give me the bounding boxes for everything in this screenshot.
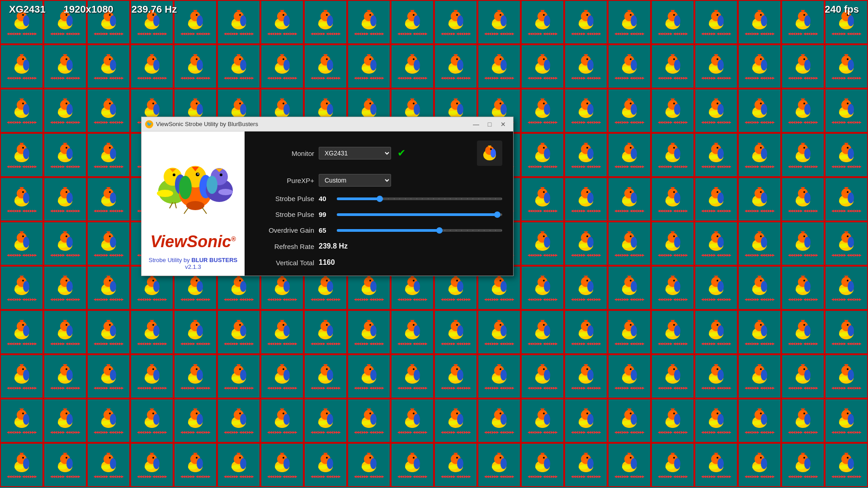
svg-point-454 — [673, 147, 675, 149]
svg-point-190 — [500, 58, 501, 60]
maximize-button[interactable]: □ — [483, 119, 496, 129]
svg-point-821 — [709, 288, 718, 292]
svg-point-1064 — [761, 370, 767, 380]
svg-point-964 — [22, 368, 24, 370]
bg-cell-text: ◀◀◀ ▶▶▶ ◀◀◀ ▶▶▶ — [7, 209, 37, 213]
svg-point-617 — [101, 244, 110, 248]
svg-point-1040 — [587, 370, 594, 380]
svg-point-191 — [492, 66, 501, 71]
svg-point-743 — [145, 288, 154, 292]
svg-point-197 — [535, 66, 544, 71]
bg-cell: ◀◀◀ ▶▶▶ ◀◀◀ ▶▶▶ — [781, 177, 825, 221]
bg-cell: ◀◀◀ ▶▶▶ ◀◀◀ ▶▶▶ — [174, 443, 217, 487]
svg-point-875 — [231, 332, 241, 337]
svg-point-785 — [448, 288, 458, 292]
svg-point-188 — [500, 60, 507, 70]
svg-point-77 — [535, 22, 544, 27]
bg-cell-text: ◀◀◀ ▶▶▶ ◀◀◀ ▶▶▶ — [94, 76, 123, 80]
svg-point-938 — [717, 325, 724, 336]
svg-point-920 — [587, 325, 594, 336]
dialog-footer: Strobe Utility by BLUR BUSTERS v2.1.3 — [149, 257, 238, 270]
bg-cell-text: ◀◀◀ ▶▶▶ ◀◀◀ ▶▶▶ — [137, 32, 167, 36]
bg-cell-text: ◀◀◀ ▶▶▶ ◀◀◀ ▶▶▶ — [397, 386, 427, 390]
bg-cell-text: ◀◀◀ ▶▶▶ ◀◀◀ ▶▶▶ — [745, 76, 774, 80]
purexp-select[interactable]: Custom Low Medium High — [319, 174, 391, 187]
bg-cell-text: ◀◀◀ ▶▶▶ ◀◀◀ ▶▶▶ — [745, 297, 774, 301]
svg-point-584 — [761, 192, 767, 203]
svg-point-986 — [197, 370, 203, 380]
svg-point-1318 — [847, 457, 849, 459]
svg-point-1306 — [760, 457, 762, 459]
bg-cell-text: ◀◀◀ ▶▶▶ ◀◀◀ ▶▶▶ — [701, 297, 731, 301]
bg-cell-text: ◀◀◀ ▶▶▶ ◀◀◀ ▶▶▶ — [354, 32, 384, 36]
monitor-row: Monitor XG2431 ✔ — [255, 141, 502, 166]
bg-cell-text: ◀◀◀ ▶▶▶ ◀◀◀ ▶▶▶ — [441, 76, 471, 80]
svg-point-220 — [717, 58, 718, 60]
bg-cell-text: ◀◀◀ ▶▶▶ ◀◀◀ ▶▶▶ — [528, 120, 557, 124]
svg-point-314 — [544, 104, 550, 115]
bg-cell: ◀◀◀ ▶▶▶ ◀◀◀ ▶▶▶ — [260, 399, 304, 443]
strobe-pulse2-thumb[interactable] — [494, 211, 500, 218]
close-button[interactable]: ✕ — [497, 119, 509, 129]
bg-cell-text: ◀◀◀ ▶▶▶ ◀◀◀ ▶▶▶ — [745, 120, 774, 124]
monitor-select[interactable]: XG2431 — [319, 147, 391, 160]
svg-point-941 — [709, 332, 718, 337]
svg-point-698 — [717, 237, 724, 248]
bg-cell-text: ◀◀◀ ▶▶▶ ◀◀◀ ▶▶▶ — [484, 474, 514, 479]
svg-point-935 — [665, 332, 675, 337]
strobe-pulse1-track[interactable] — [337, 197, 502, 200]
overdrive-track[interactable] — [337, 229, 502, 232]
bg-cell-text: ◀◀◀ ▶▶▶ ◀◀◀ ▶▶▶ — [180, 430, 210, 434]
bg-cell-text: ◀◀◀ ▶▶▶ ◀◀◀ ▶▶▶ — [571, 474, 601, 479]
minimize-button[interactable]: — — [470, 119, 482, 129]
bg-cell: ◀◀◀ ▶▶▶ ◀◀◀ ▶▶▶ — [608, 443, 651, 487]
bg-cell: ◀◀◀ ▶▶▶ ◀◀◀ ▶▶▶ — [825, 354, 868, 399]
bg-cell: ◀◀◀ ▶▶▶ ◀◀◀ ▶▶▶ — [608, 0, 651, 44]
bg-cell-text: ◀◀◀ ▶▶▶ ◀◀◀ ▶▶▶ — [94, 120, 123, 124]
bg-cell: ◀◀◀ ▶▶▶ ◀◀◀ ▶▶▶ — [87, 177, 130, 221]
svg-point-332 — [674, 104, 680, 115]
strobe-pulse1-thumb[interactable] — [377, 196, 383, 202]
svg-point-134 — [110, 60, 116, 70]
svg-point-23 — [145, 22, 154, 27]
svg-point-908 — [500, 325, 507, 336]
svg-point-146 — [197, 60, 203, 70]
svg-point-1097 — [101, 421, 110, 425]
svg-point-778 — [413, 280, 415, 282]
bg-cell: ◀◀◀ ▶▶▶ ◀◀◀ ▶▶▶ — [694, 310, 738, 354]
svg-point-1076 — [848, 370, 854, 380]
bg-cell-text: ◀◀◀ ▶▶▶ ◀◀◀ ▶▶▶ — [745, 209, 774, 213]
svg-point-491 — [58, 199, 67, 204]
svg-point-614 — [110, 237, 116, 248]
dialog-titlebar: 🐦 ViewSonic Strobe Utility by BlurBuster… — [142, 117, 513, 131]
svg-point-4 — [22, 14, 24, 16]
svg-point-179 — [405, 66, 414, 71]
svg-point-1154 — [544, 414, 550, 425]
bg-cell-text: ◀◀◀ ▶▶▶ ◀◀◀ ▶▶▶ — [831, 164, 861, 169]
svg-point-959 — [839, 332, 848, 337]
svg-point-1280 — [587, 458, 594, 469]
bg-cell: ◀◀◀ ▶▶▶ ◀◀◀ ▶▶▶ — [781, 266, 825, 310]
bg-cell: ◀◀◀ ▶▶▶ ◀◀◀ ▶▶▶ — [174, 310, 217, 354]
bg-cell-text: ◀◀◀ ▶▶▶ ◀◀◀ ▶▶▶ — [614, 120, 644, 124]
refresh-rate-value: 239.8 Hz — [319, 242, 348, 250]
strobe-pulse2-track[interactable] — [337, 213, 502, 216]
svg-point-610 — [66, 235, 67, 237]
svg-point-1016 — [414, 370, 420, 380]
bg-cell: ◀◀◀ ▶▶▶ ◀◀◀ ▶▶▶ — [347, 399, 391, 443]
svg-point-1061 — [709, 376, 718, 381]
svg-point-869 — [188, 332, 197, 337]
svg-point-149 — [188, 66, 197, 71]
bg-cell: ◀◀◀ ▶▶▶ ◀◀◀ ▶▶▶ — [87, 89, 130, 133]
svg-point-368 — [66, 148, 73, 159]
bg-cell-text: ◀◀◀ ▶▶▶ ◀◀◀ ▶▶▶ — [7, 386, 37, 390]
svg-point-1277 — [535, 465, 544, 469]
svg-point-1144 — [456, 413, 458, 414]
bg-cell-text: ◀◀◀ ▶▶▶ ◀◀◀ ▶▶▶ — [658, 342, 688, 346]
svg-point-911 — [492, 332, 501, 337]
overdrive-thumb[interactable] — [436, 227, 443, 234]
svg-point-887 — [318, 332, 327, 337]
bg-cell: ◀◀◀ ▶▶▶ ◀◀◀ ▶▶▶ — [0, 133, 43, 177]
svg-point-1210 — [66, 457, 67, 459]
bg-cell-text: ◀◀◀ ▶▶▶ ◀◀◀ ▶▶▶ — [180, 342, 210, 346]
